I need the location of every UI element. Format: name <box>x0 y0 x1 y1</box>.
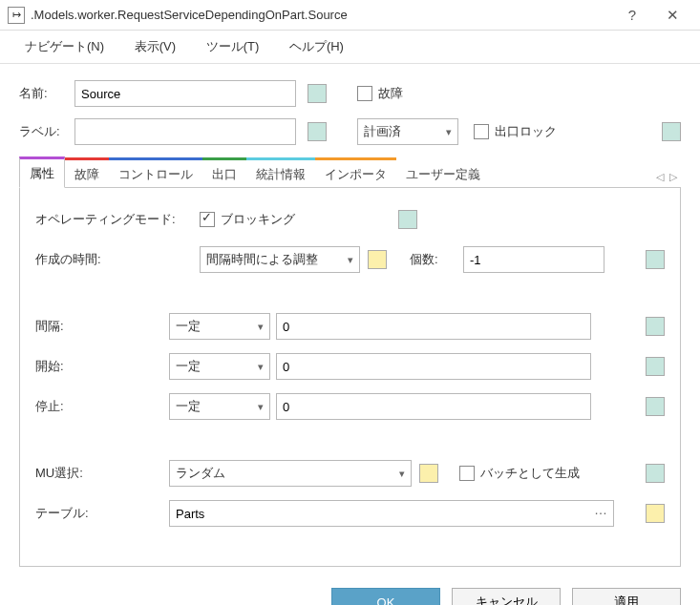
tab-prev-icon[interactable]: ◁ <box>656 171 664 183</box>
failure-checkbox[interactable] <box>357 86 372 101</box>
stop-select[interactable]: 一定 <box>169 393 270 420</box>
menu-help[interactable]: ヘルプ(H) <box>276 34 357 59</box>
tab-next-icon[interactable]: ▷ <box>669 171 677 183</box>
table-inherit-button[interactable] <box>646 504 665 523</box>
exit-lock-checkbox[interactable] <box>474 124 489 139</box>
label-inherit-button[interactable] <box>308 122 327 141</box>
name-input[interactable] <box>74 80 296 107</box>
label-input[interactable] <box>74 118 296 145</box>
ok-button[interactable]: OK <box>331 588 440 605</box>
muselect-label: MU選択: <box>35 465 169 482</box>
stop-input[interactable] <box>276 393 591 420</box>
muselect-select[interactable]: ランダム <box>169 460 412 487</box>
tab-strip: 属性 故障 コントロール 出口 統計情報 インポータ ユーザー定義 ◁ ▷ <box>19 156 681 188</box>
menu-navigate[interactable]: ナビゲート(N) <box>11 34 117 59</box>
failure-label: 故障 <box>378 85 403 102</box>
stop-label: 停止: <box>35 398 169 415</box>
help-button[interactable]: ? <box>612 2 652 29</box>
header-right-button[interactable] <box>662 122 681 141</box>
table-input[interactable] <box>169 500 614 527</box>
start-input[interactable] <box>276 353 591 380</box>
tab-exit[interactable]: 出口 <box>202 157 246 188</box>
interval-select[interactable]: 一定 <box>169 313 270 340</box>
tab-controls[interactable]: コントロール <box>109 157 202 188</box>
menu-tools[interactable]: ツール(T) <box>193 34 273 59</box>
cancel-button[interactable]: キャンセル <box>452 588 561 605</box>
batch-label: バッチとして生成 <box>480 465 580 482</box>
interval-input[interactable] <box>276 313 591 340</box>
stop-inherit-button[interactable] <box>646 397 665 416</box>
batch-checkbox[interactable] <box>459 466 475 481</box>
interval-inherit-button[interactable] <box>646 317 665 336</box>
attributes-panel: オペレーティングモード: ブロッキング 作成の時間: 間隔時間による調整 個数:… <box>19 188 681 567</box>
label-label: ラベル: <box>19 123 74 140</box>
name-label: 名前: <box>19 85 74 102</box>
start-inherit-button[interactable] <box>646 357 665 376</box>
count-label: 個数: <box>410 251 463 268</box>
table-label: テーブル: <box>35 505 169 522</box>
window-title: .Models.worker.RequestServiceDependingOn… <box>31 8 612 22</box>
menubar: ナビゲート(N) 表示(V) ツール(T) ヘルプ(H) <box>0 31 700 64</box>
status-select[interactable]: 計画済 <box>357 118 458 145</box>
tab-attributes[interactable]: 属性 <box>19 156 65 188</box>
ctime-inherit-button[interactable] <box>368 250 387 269</box>
table-browse-icon[interactable]: … <box>594 502 608 517</box>
tab-stats[interactable]: 統計情報 <box>246 157 315 188</box>
tab-navigation: ◁ ▷ <box>656 171 681 187</box>
exit-lock-label: 出口ロック <box>495 123 557 140</box>
content: 名前: 故障 ラベル: 計画済 出口ロック 属性 故障 コントロール 出口 統計… <box>0 64 700 576</box>
tab-importer[interactable]: インポータ <box>315 157 396 188</box>
opmode-label: オペレーティングモード: <box>35 211 200 228</box>
menu-view[interactable]: 表示(V) <box>121 34 189 59</box>
tab-userdef[interactable]: ユーザー定義 <box>396 157 490 188</box>
count-inherit-button[interactable] <box>646 250 665 269</box>
tab-failure[interactable]: 故障 <box>65 157 109 188</box>
blocking-checkbox[interactable] <box>200 212 215 227</box>
source-icon: ↦ <box>8 7 25 24</box>
count-input[interactable] <box>463 246 605 273</box>
batch-inherit-button[interactable] <box>646 464 665 483</box>
start-label: 開始: <box>35 358 169 375</box>
blocking-label: ブロッキング <box>221 211 295 228</box>
close-button[interactable]: ✕ <box>652 2 692 29</box>
ctime-select[interactable]: 間隔時間による調整 <box>200 246 360 273</box>
ctime-label: 作成の時間: <box>35 251 200 268</box>
opmode-inherit-button[interactable] <box>398 210 417 229</box>
start-select[interactable]: 一定 <box>169 353 270 380</box>
interval-label: 間隔: <box>35 318 169 335</box>
dialog-footer: OK キャンセル 適用 <box>0 576 700 605</box>
name-inherit-button[interactable] <box>308 84 327 103</box>
muselect-inherit-button[interactable] <box>419 464 438 483</box>
apply-button[interactable]: 適用 <box>572 588 681 605</box>
titlebar: ↦ .Models.worker.RequestServiceDepending… <box>0 0 700 31</box>
